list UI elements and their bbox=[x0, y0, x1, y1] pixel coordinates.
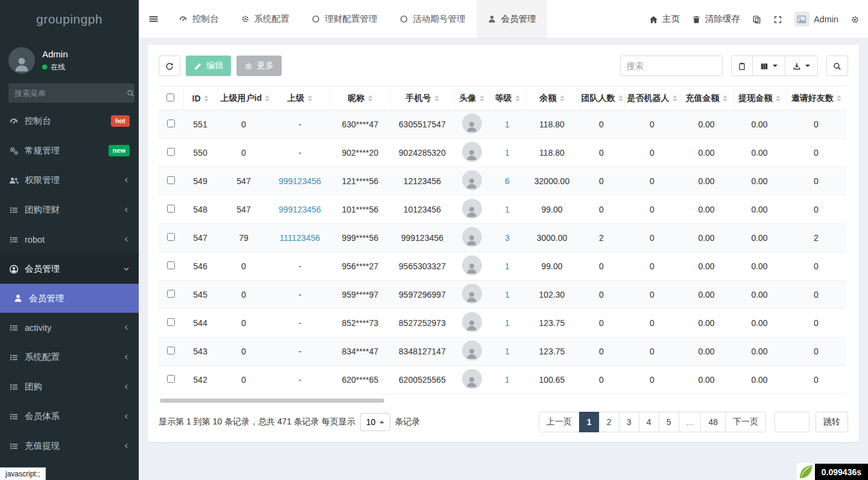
topbar-tab[interactable]: 系统配置 bbox=[230, 0, 300, 38]
select-all-checkbox[interactable] bbox=[166, 94, 174, 101]
edit-button[interactable]: 编辑 bbox=[186, 56, 231, 76]
level-link[interactable]: 1 bbox=[505, 205, 510, 214]
user-menu-button[interactable]: Admin bbox=[794, 11, 838, 27]
row-checkbox[interactable] bbox=[167, 290, 175, 298]
brand-logo[interactable]: groupingph bbox=[0, 0, 139, 39]
columns-button[interactable] bbox=[752, 56, 785, 76]
export-button[interactable] bbox=[785, 56, 818, 76]
table-search-input[interactable] bbox=[620, 56, 723, 76]
horizontal-scrollbar-thumb[interactable] bbox=[160, 398, 384, 403]
settings-button[interactable] bbox=[851, 14, 860, 24]
column-header[interactable]: 是否机器人 bbox=[624, 86, 680, 110]
row-checkbox[interactable] bbox=[167, 261, 175, 269]
sidebar-item[interactable]: 会员管理 bbox=[0, 254, 139, 284]
row-checkbox[interactable] bbox=[167, 205, 175, 213]
sort-icon[interactable] bbox=[265, 95, 270, 101]
home-button[interactable]: 主页 bbox=[649, 13, 680, 25]
advanced-search-button[interactable] bbox=[826, 56, 848, 76]
column-header[interactable]: 手机号 bbox=[390, 86, 454, 110]
topbar-tab[interactable]: 理财配置管理 bbox=[300, 0, 388, 38]
sidebar-item[interactable]: activity bbox=[0, 313, 139, 342]
parent-link[interactable]: 999123456 bbox=[279, 176, 321, 186]
column-header[interactable]: 团队人数 bbox=[578, 86, 624, 110]
table-row: 5500-902****2090242853201118.80000.000.0… bbox=[159, 139, 846, 167]
sort-icon[interactable] bbox=[837, 95, 841, 101]
sidebar-item[interactable]: 团购 bbox=[0, 372, 139, 402]
cell-invites: 0 bbox=[786, 252, 846, 281]
level-link[interactable]: 1 bbox=[505, 375, 510, 385]
level-link[interactable]: 1 bbox=[505, 290, 510, 299]
level-link[interactable]: 1 bbox=[505, 261, 510, 271]
sidebar-item[interactable]: 团购理财 bbox=[0, 195, 139, 225]
topbar-tab[interactable]: 会员管理 bbox=[477, 0, 547, 38]
row-checkbox[interactable] bbox=[167, 233, 175, 241]
sidebar-item[interactable]: 控制台hot bbox=[0, 106, 139, 136]
file-button[interactable] bbox=[752, 14, 761, 24]
pagination-next[interactable]: 下一页 bbox=[725, 412, 766, 432]
sort-icon[interactable] bbox=[560, 95, 565, 101]
pagination-page[interactable]: 4 bbox=[639, 412, 659, 432]
paste-button[interactable] bbox=[731, 56, 753, 76]
sidebar-item[interactable]: 系统配置 bbox=[0, 342, 139, 372]
parent-link[interactable]: 111123456 bbox=[280, 233, 320, 243]
sort-icon[interactable] bbox=[308, 95, 312, 101]
pagination-prev[interactable]: 上一页 bbox=[539, 412, 580, 432]
pagination-page[interactable]: 3 bbox=[619, 412, 639, 432]
level-link[interactable]: 1 bbox=[505, 120, 510, 129]
column-header[interactable]: ID bbox=[183, 86, 218, 110]
row-checkbox[interactable] bbox=[167, 375, 175, 383]
topbar-tab[interactable]: 控制台 bbox=[168, 0, 230, 38]
level-link[interactable]: 1 bbox=[505, 318, 510, 328]
trace-logo-icon[interactable] bbox=[797, 463, 815, 480]
jump-page-input[interactable] bbox=[775, 412, 809, 432]
sidebar-search-button[interactable] bbox=[127, 83, 135, 103]
sidebar-search-input[interactable] bbox=[8, 83, 127, 103]
jump-button[interactable]: 跳转 bbox=[816, 412, 848, 432]
sort-icon[interactable] bbox=[434, 95, 439, 101]
sort-icon[interactable] bbox=[515, 95, 520, 101]
level-link[interactable]: 6 bbox=[505, 176, 510, 186]
sort-icon[interactable] bbox=[776, 95, 781, 101]
refresh-button[interactable] bbox=[159, 56, 180, 76]
sort-icon[interactable] bbox=[480, 95, 484, 101]
row-checkbox[interactable] bbox=[167, 318, 175, 326]
column-header[interactable]: 提现金额 bbox=[733, 86, 786, 110]
row-checkbox[interactable] bbox=[167, 120, 175, 127]
level-link[interactable]: 3 bbox=[505, 233, 510, 243]
level-link[interactable]: 1 bbox=[505, 347, 510, 356]
row-checkbox[interactable] bbox=[167, 148, 175, 156]
clear-cache-button[interactable]: 清除缓存 bbox=[692, 13, 740, 25]
column-header[interactable]: 等级 bbox=[489, 86, 525, 110]
more-button[interactable]: 更多 bbox=[236, 56, 282, 76]
sidebar-item[interactable]: 常规管理new bbox=[0, 136, 139, 165]
level-link[interactable]: 1 bbox=[505, 148, 510, 158]
sort-icon[interactable] bbox=[368, 95, 373, 101]
sidebar-item[interactable]: 充值提现 bbox=[0, 431, 139, 461]
fullscreen-button[interactable] bbox=[773, 14, 782, 24]
column-header[interactable]: 余额 bbox=[525, 86, 578, 110]
column-header[interactable]: 昵称 bbox=[330, 86, 390, 110]
sort-icon[interactable] bbox=[723, 95, 727, 101]
pagination-page[interactable]: 2 bbox=[599, 412, 619, 432]
column-header[interactable]: 充值金额 bbox=[680, 86, 733, 110]
column-header[interactable]: 头像 bbox=[454, 86, 489, 110]
sidebar-toggle-button[interactable] bbox=[139, 0, 168, 38]
sidebar-item[interactable]: 会员体系 bbox=[0, 402, 139, 431]
page-size-select[interactable]: 10 bbox=[360, 413, 390, 431]
column-header[interactable]: 上级用户id bbox=[218, 86, 270, 110]
sort-icon[interactable] bbox=[204, 95, 209, 101]
sort-icon[interactable] bbox=[618, 95, 623, 101]
parent-link[interactable]: 999123456 bbox=[279, 205, 321, 214]
sidebar-subitem[interactable]: 会员管理 bbox=[0, 284, 139, 313]
sidebar-item[interactable]: robot bbox=[0, 225, 139, 254]
sort-icon[interactable] bbox=[673, 95, 677, 101]
row-checkbox[interactable] bbox=[167, 347, 175, 354]
column-header[interactable]: 邀请好友数 bbox=[786, 86, 846, 110]
pagination-page[interactable]: 5 bbox=[659, 412, 679, 432]
topbar-tab[interactable]: 活动期号管理 bbox=[388, 0, 477, 38]
pagination-page[interactable]: 1 bbox=[579, 412, 600, 432]
pagination-page[interactable]: 48 bbox=[700, 412, 726, 432]
column-header[interactable]: 上级 bbox=[270, 86, 330, 110]
sidebar-item[interactable]: 权限管理 bbox=[0, 165, 139, 195]
row-checkbox[interactable] bbox=[167, 176, 175, 184]
